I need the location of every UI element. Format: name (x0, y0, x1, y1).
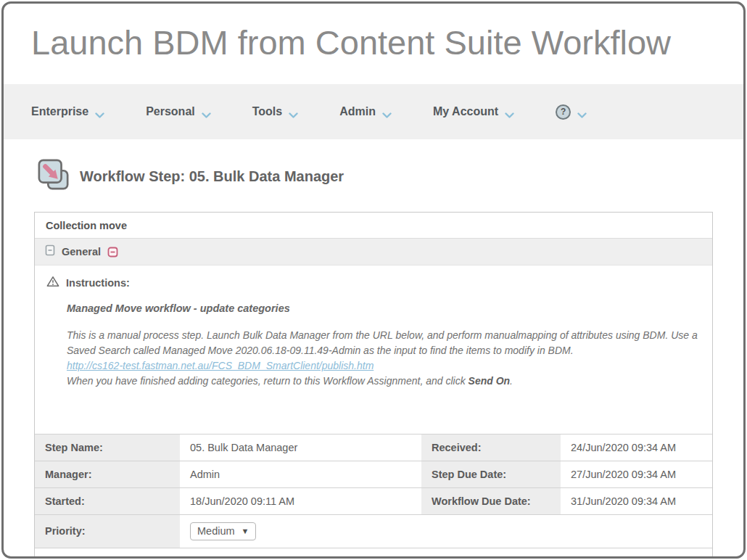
step-due-date-value: 27/Jun/2020 09:34 AM (561, 461, 712, 487)
menu-tools-label: Tools (252, 105, 282, 118)
chevron-down-icon (289, 109, 298, 115)
menu-help[interactable]: ? (556, 104, 587, 120)
instructions-section: Instructions: Managed Move workflow - up… (35, 265, 712, 434)
menu-tools[interactable]: Tools (252, 105, 298, 118)
menu-admin-label: Admin (339, 105, 376, 118)
page-title: Launch BDM from Content Suite Workflow (31, 22, 716, 62)
table-row: Manager: Admin Step Due Date: 27/Jun/202… (35, 461, 712, 487)
menu-enterprise[interactable]: Enterprise (31, 105, 104, 118)
received-label: Received: (421, 434, 561, 461)
main-menu-bar: Enterprise Personal Tools Admin My Accou… (4, 84, 743, 139)
started-value: 18/Jun/2020 09:11 AM (180, 487, 421, 514)
instructions-header: Instructions: (46, 276, 701, 290)
instructions-label: Instructions: (66, 277, 130, 289)
panel-title: Collection move (35, 213, 712, 239)
chevron-down-icon (577, 109, 587, 115)
step-name-label: Step Name: (35, 434, 180, 461)
manager-label: Manager: (35, 461, 180, 487)
manager-value: Admin (180, 461, 421, 487)
chevron-down-icon (95, 109, 104, 115)
menu-personal[interactable]: Personal (146, 105, 211, 118)
warning-icon (46, 276, 59, 290)
step-details-table: Step Name: 05. Bulk Data Manager Receive… (35, 434, 712, 548)
title-bar: Launch BDM from Content Suite Workflow (4, 4, 743, 84)
menu-my-account[interactable]: My Account (433, 105, 514, 118)
collapse-minus-icon[interactable] (107, 247, 118, 258)
workflow-due-date-label: Workflow Due Date: (421, 487, 561, 514)
chevron-down-icon (202, 109, 211, 115)
instructions-subtitle: Managed Move workflow - update categorie… (67, 301, 701, 317)
priority-dropdown[interactable]: Medium ▼ (190, 522, 256, 540)
received-value: 24/Jun/2020 09:34 AM (561, 434, 712, 461)
menu-my-account-label: My Account (433, 105, 498, 118)
send-on-emphasis: Send On (469, 375, 511, 387)
help-icon: ? (556, 104, 571, 120)
instructions-footer-text: When you have finished adding categories… (67, 375, 469, 387)
instructions-footer-period: . (510, 375, 513, 387)
workflow-step-title: Workflow Step: 05. Bulk Data Manager (80, 168, 344, 185)
step-due-date-label: Step Due Date: (421, 461, 561, 487)
general-section-row: General (35, 239, 712, 265)
chevron-down-icon (505, 109, 514, 115)
menu-personal-label: Personal (146, 105, 195, 118)
dropdown-arrow-icon: ▼ (242, 527, 249, 535)
chevron-down-icon (382, 109, 392, 115)
action-button-row: Apply Reset Send On (35, 548, 712, 559)
instructions-footer: When you have finished adding categories… (67, 374, 701, 389)
workflow-step-heading: Workflow Step: 05. Bulk Data Manager (37, 158, 743, 194)
general-section-label: General (62, 246, 101, 258)
step-name-value: 05. Bulk Data Manager (180, 434, 421, 461)
priority-cell: Medium ▼ (180, 514, 712, 548)
priority-label: Priority: (35, 514, 180, 548)
menu-admin[interactable]: Admin (339, 105, 392, 118)
workflow-panel: Collection move General (34, 212, 713, 559)
started-label: Started: (35, 487, 180, 514)
workflow-due-date-value: 31/Jun/2020 09:34 AM (561, 487, 712, 514)
table-row: Started: 18/Jun/2020 09:11 AM Workflow D… (35, 487, 712, 514)
document-icon (45, 244, 55, 259)
instructions-body: This is a manual process step. Launch Bu… (67, 328, 701, 358)
menu-enterprise-label: Enterprise (31, 105, 88, 118)
instructions-content: Managed Move workflow - update categorie… (67, 301, 701, 434)
priority-value: Medium (197, 525, 235, 537)
table-row: Priority: Medium ▼ (35, 514, 712, 548)
workflow-step-icon (37, 158, 70, 194)
app-window: Launch BDM from Content Suite Workflow E… (1, 1, 746, 559)
table-row: Step Name: 05. Bulk Data Manager Receive… (35, 434, 712, 461)
bdm-publish-link[interactable]: http://cs162-test.fastman.net.au/FCS_BDM… (67, 358, 374, 374)
